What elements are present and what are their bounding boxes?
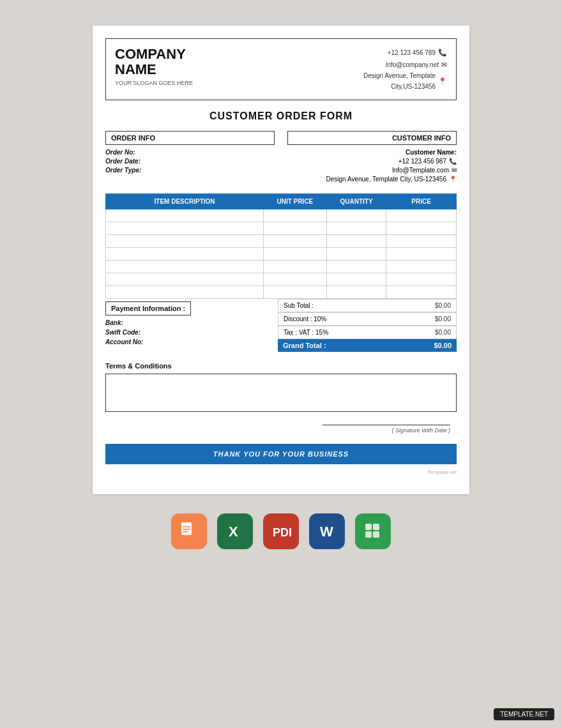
col-header-price: PRICE: [386, 194, 457, 209]
excel-app-icon[interactable]: X: [217, 513, 253, 549]
phone-icon: 📞: [438, 47, 447, 59]
discount-value: $0.00: [435, 315, 451, 322]
svg-rect-10: [365, 531, 372, 538]
item-unit-price-4: [264, 261, 327, 273]
swift-field: Swift Code:: [105, 329, 271, 336]
table-row: [106, 209, 457, 222]
thank-you-banner: THANK YOU FOR YOUR BUSINESS: [105, 444, 457, 464]
email-icon: ✉: [441, 59, 447, 71]
order-date-label: Order Date:: [105, 158, 156, 165]
item-price-2: [386, 235, 457, 248]
grand-total-value: $0.00: [434, 342, 452, 349]
subtotal-row: Sub Total : $0.00: [278, 299, 457, 312]
item-desc-0: [106, 209, 264, 222]
col-header-unit-price: UNIT PRICE: [264, 194, 327, 209]
customer-info-col: CUSTOMER INFO Customer Name: +12 123 456…: [287, 131, 457, 185]
terms-box[interactable]: [105, 374, 457, 412]
pdf-app-icon[interactable]: PDF: [263, 513, 299, 549]
table-row: [106, 261, 457, 273]
phone-row: +12 123 456 789 📞: [363, 47, 447, 59]
table-row: [106, 248, 457, 261]
discount-row: Discount : 10% $0.00: [278, 312, 457, 326]
svg-rect-9: [373, 524, 379, 530]
document: COMPANY NAME YOUR SLOGAN GOES HERE +12 1…: [93, 26, 469, 494]
item-unit-price-2: [264, 235, 327, 248]
grand-total-row: Grand Total : $0.00: [278, 339, 457, 352]
account-field: Account No:: [105, 338, 271, 345]
payment-info-header: Payment Information :: [105, 301, 191, 315]
signature-section: ( Signature With Date ): [105, 425, 457, 434]
customer-name-label: Customer Name:: [287, 149, 457, 156]
item-desc-2: [106, 235, 264, 248]
discount-label: Discount : 10%: [284, 315, 326, 322]
customer-address: Design Avenue, Template City, US-123456: [326, 176, 446, 183]
tax-row: Tax : VAT : 15% $0.00: [278, 326, 457, 339]
address-row: Design Avenue, Template City,US-123456 📍: [363, 70, 447, 92]
company-name: COMPANY NAME: [115, 47, 193, 77]
word-app-icon[interactable]: W: [309, 513, 345, 549]
item-price-1: [386, 222, 457, 235]
svg-rect-4: [183, 531, 188, 533]
order-no-row: Order No:: [105, 149, 275, 156]
info-section: ORDER INFO Order No: Order Date: Order T…: [105, 131, 457, 185]
order-info-col: ORDER INFO Order No: Order Date: Order T…: [105, 131, 275, 185]
item-quantity-4: [326, 261, 386, 273]
order-info-header: ORDER INFO: [105, 131, 275, 145]
col-header-quantity: QUANTITY: [326, 194, 386, 209]
customer-phone-icon: 📞: [449, 158, 457, 165]
signature-line: [323, 425, 450, 425]
totals-col: Sub Total : $0.00 Discount : 10% $0.00 T…: [278, 299, 457, 352]
customer-info-header: CUSTOMER INFO: [287, 131, 457, 145]
customer-address-row: Design Avenue, Template City, US-123456 …: [287, 176, 457, 183]
item-unit-price-0: [264, 209, 327, 222]
template-badge: TEMPLATE.NET: [494, 708, 554, 720]
item-unit-price-6: [264, 286, 327, 299]
terms-section: Terms & Conditions: [105, 362, 457, 412]
customer-phone: +12 123 456 987: [399, 158, 446, 165]
payment-col: Payment Information : Bank: Swift Code: …: [105, 299, 278, 352]
email-row: Info@company.net ✉: [363, 59, 447, 71]
item-unit-price-5: [264, 273, 327, 286]
address-line2: City,US-123456: [391, 83, 436, 90]
terms-title: Terms & Conditions: [105, 362, 457, 370]
item-quantity-2: [326, 235, 386, 248]
company-right: +12 123 456 789 📞 Info@company.net ✉ Des…: [363, 47, 447, 92]
item-quantity-0: [326, 209, 386, 222]
subtotal-value: $0.00: [435, 302, 451, 309]
signature-label: ( Signature With Date ): [105, 427, 450, 434]
item-unit-price-3: [264, 248, 327, 261]
header-box: COMPANY NAME YOUR SLOGAN GOES HERE +12 1…: [105, 38, 457, 100]
customer-email-row: Info@Template.com ✉: [287, 167, 457, 174]
bank-field: Bank:: [105, 319, 271, 326]
item-price-5: [386, 273, 457, 286]
item-price-3: [386, 248, 457, 261]
location-icon: 📍: [438, 75, 447, 87]
subtotal-label: Sub Total :: [284, 302, 314, 309]
svg-rect-2: [183, 526, 190, 527]
col-header-description: ITEM DESCRIPTION: [106, 194, 264, 209]
customer-email: Info@Template.com: [392, 167, 449, 174]
company-left: COMPANY NAME YOUR SLOGAN GOES HERE: [115, 47, 193, 86]
table-row: [106, 286, 457, 299]
bottom-section: Payment Information : Bank: Swift Code: …: [105, 299, 457, 352]
item-quantity-1: [326, 222, 386, 235]
tax-label: Tax : VAT : 15%: [284, 329, 328, 336]
app-icons-row: X PDF W: [171, 513, 391, 549]
item-price-6: [386, 286, 457, 299]
watermark: Template.net: [105, 469, 457, 475]
phone-number: +12 123 456 789: [388, 47, 436, 58]
table-row: [106, 273, 457, 286]
address-line1: Design Avenue, Template: [363, 72, 436, 79]
numbers-app-icon[interactable]: [355, 513, 391, 549]
item-price-4: [386, 261, 457, 273]
order-date-row: Order Date:: [105, 158, 275, 165]
svg-rect-11: [373, 531, 379, 538]
table-row: [106, 235, 457, 248]
item-quantity-5: [326, 273, 386, 286]
pages-app-icon[interactable]: [171, 513, 207, 549]
company-slogan: YOUR SLOGAN GOES HERE: [115, 80, 193, 86]
grand-total-label: Grand Total :: [283, 342, 326, 349]
email-address: Info@company.net: [386, 59, 439, 70]
svg-rect-8: [365, 524, 372, 530]
item-desc-6: [106, 286, 264, 299]
